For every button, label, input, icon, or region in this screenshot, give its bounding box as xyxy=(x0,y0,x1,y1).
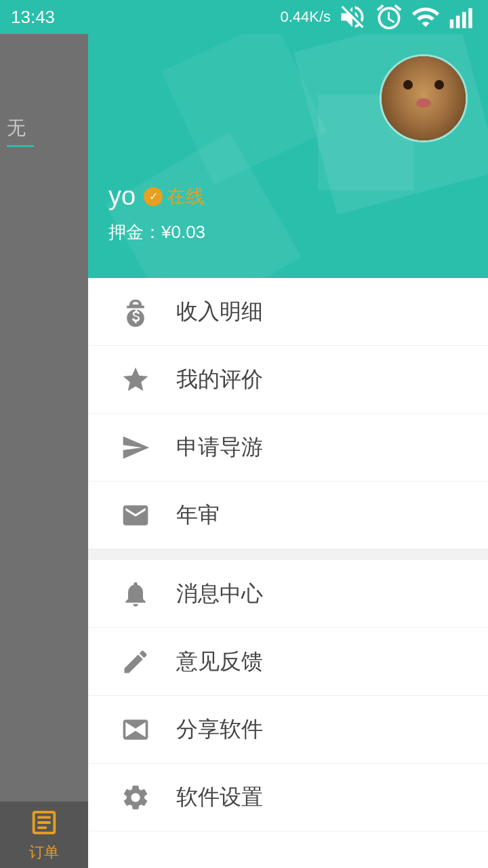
menu-label-message: 消息中心 xyxy=(176,579,263,609)
sidebar-bottom-tab[interactable]: 订单 xyxy=(0,802,88,868)
deposit-row: 押金：¥0.03 xyxy=(108,220,205,244)
menu-item-share[interactable]: 分享软件 xyxy=(88,696,488,764)
menu-label-annual: 年审 xyxy=(176,500,220,530)
menu-item-income[interactable]: 收入明细 xyxy=(88,278,488,346)
send-icon xyxy=(108,433,163,462)
status-time: 13:43 xyxy=(11,7,55,28)
money-bag-icon xyxy=(108,297,163,327)
mute-icon xyxy=(338,2,367,32)
svg-rect-0 xyxy=(450,20,454,28)
online-check-icon: ✓ xyxy=(144,187,163,206)
online-text: 在线 xyxy=(167,184,205,210)
menu-label-review: 我的评价 xyxy=(176,365,263,395)
deposit-label: 押金： xyxy=(108,222,161,242)
signal-icon xyxy=(447,2,477,32)
svg-rect-2 xyxy=(462,12,466,28)
menu-item-settings[interactable]: 软件设置 xyxy=(88,764,488,831)
deposit-value: ¥0.03 xyxy=(161,222,205,242)
drawer: yo ✓ 在线 押金：¥0.03 收入明细 xyxy=(88,34,488,868)
user-info: yo ✓ 在线 押金：¥0.03 xyxy=(108,182,205,244)
sidebar-text: 无 xyxy=(0,34,88,141)
status-icons: 0.44K/s xyxy=(280,2,477,32)
bell-icon xyxy=(108,579,163,609)
username: yo xyxy=(108,182,136,211)
status-bar: 13:43 0.44K/s xyxy=(0,0,488,34)
menu-group-1: 收入明细 我的评价 申请导游 年审 xyxy=(88,278,488,549)
star-icon xyxy=(108,365,163,395)
svg-rect-3 xyxy=(468,8,472,28)
menu-item-message[interactable]: 消息中心 xyxy=(88,560,488,628)
menu-divider xyxy=(88,549,488,560)
envelope-open-icon xyxy=(108,500,163,530)
wifi-icon xyxy=(411,2,441,32)
pencil-icon xyxy=(108,647,163,677)
orders-icon xyxy=(28,807,60,838)
menu-group-2: 消息中心 意见反馈 分享软件 软件设置 xyxy=(88,560,488,831)
menu-item-annual[interactable]: 年审 xyxy=(88,481,488,549)
menu-label-share: 分享软件 xyxy=(176,715,263,745)
menu-item-review[interactable]: 我的评价 xyxy=(88,346,488,414)
tab-label: 订单 xyxy=(29,842,59,863)
alarm-icon xyxy=(374,2,404,32)
menu-label-settings: 软件设置 xyxy=(176,783,263,812)
svg-rect-1 xyxy=(456,16,460,28)
user-name-row: yo ✓ 在线 xyxy=(108,182,205,211)
avatar xyxy=(380,54,468,142)
menu-label-feedback: 意见反馈 xyxy=(176,647,263,677)
share-icon xyxy=(108,715,163,745)
menu-label-income: 收入明细 xyxy=(176,297,263,327)
menu-label-guide: 申请导游 xyxy=(176,433,263,462)
left-sidebar: 无 订单 xyxy=(0,34,88,868)
sidebar-underline xyxy=(7,145,34,147)
online-badge: ✓ 在线 xyxy=(144,184,205,210)
drawer-header: yo ✓ 在线 押金：¥0.03 xyxy=(88,34,488,278)
network-speed: 0.44K/s xyxy=(280,8,331,26)
menu-item-feedback[interactable]: 意见反馈 xyxy=(88,628,488,696)
menu-item-guide[interactable]: 申请导游 xyxy=(88,414,488,481)
gear-icon xyxy=(108,783,163,812)
